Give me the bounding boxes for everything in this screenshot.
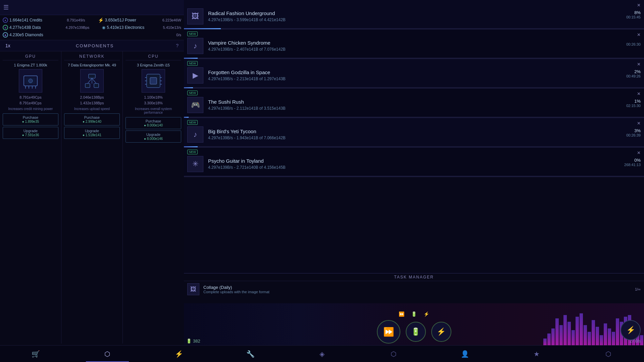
comp-icon-box xyxy=(142,69,165,93)
nav-icon-upgrades: ⬡ xyxy=(605,350,611,358)
item-time: 00:26:30 xyxy=(607,42,641,46)
item-close-button[interactable]: ✕ xyxy=(637,121,641,126)
comp-item-name: 1 Enigma ZT 1.800k xyxy=(3,63,58,67)
comp-upgrade-button[interactable]: Upgrade● 8.000e146 xyxy=(126,131,181,143)
item-right: 3% 00:26:39 xyxy=(607,128,641,137)
item-icon: ♪ xyxy=(187,126,203,143)
resource-row-data: ◈ 4.277e143B Data 4.297e139Bps ◉ 5.410e1… xyxy=(3,24,181,31)
nav-item-layers[interactable]: ◈ xyxy=(286,346,358,362)
nav-item-tools[interactable]: 🔧 xyxy=(215,346,286,362)
play-fast-forward-button[interactable]: ⏩ xyxy=(377,320,400,344)
item-percent: 8% xyxy=(607,10,641,15)
item-close-button[interactable]: ✕ xyxy=(637,32,641,37)
comp-stat: 1.100e18%3.300e18% xyxy=(126,95,181,106)
nav-item-components[interactable]: ⬡ xyxy=(71,346,143,362)
task-info: Collage (Daily) Complete uploads with th… xyxy=(203,285,631,294)
comp-desc: Increases overall system performance xyxy=(126,107,181,114)
comp-desc: Increases upload speed xyxy=(64,107,120,111)
credits-rate: 8.791e49/s xyxy=(67,18,85,22)
nav-icon-components: ⬡ xyxy=(104,350,110,358)
new-badge: NEW xyxy=(187,32,198,36)
download-item-3: NEW ▶ Forgotten Godzilla in Space 4.297e… xyxy=(184,59,644,89)
item-title: Big Bird's Yeti Tycoon xyxy=(208,128,607,134)
help-button[interactable]: ? xyxy=(176,43,179,48)
comp-item-name: 3 Enigma Zenith i15 xyxy=(126,63,181,67)
electronics-value: 5.410e13 Electronics xyxy=(107,25,160,30)
item-time: 00:26:39 xyxy=(607,133,641,137)
item-time: 00:49:26 xyxy=(607,74,641,78)
comp-icon-box xyxy=(80,69,104,93)
comp-desc: Increases credit mining power xyxy=(3,107,58,111)
item-info: Radical Fashion Underground 4.297e139B/s… xyxy=(208,10,607,22)
left-panel: 1x COMPONENTS ? GPU 1 Enigma ZT 1.800k 8… xyxy=(0,40,184,345)
nav-item-achievements[interactable]: ★ xyxy=(501,346,573,362)
new-badge: NEW xyxy=(187,61,198,66)
mini-fast-forward[interactable]: ⏩ xyxy=(399,311,404,317)
task-sub: Complete uploads with the image format xyxy=(203,290,631,294)
nav-icon-layers: ◈ xyxy=(319,350,325,358)
task-item: 🖼 Collage (Daily) Complete uploads with … xyxy=(184,281,644,297)
nav-icon-profile: 👤 xyxy=(461,350,469,358)
progress-bar xyxy=(184,28,644,29)
item-icon: 🎮 xyxy=(187,97,203,113)
task-icon: 🖼 xyxy=(187,283,199,295)
nav-item-energy[interactable]: ⚡ xyxy=(143,346,214,362)
credits-icon: ● xyxy=(3,17,8,23)
comp-purchase-button[interactable]: Purchase● 8.000e140 xyxy=(126,117,181,129)
resources-bar: ● 1.664e141 Credits 8.791e49/s ⚡ 3.650e5… xyxy=(0,15,184,40)
new-badge: NEW xyxy=(187,120,198,125)
new-badge: NEW xyxy=(187,150,198,154)
component-col-cpu: CPU 3 Enigma Zenith i15 1.100e18%3.300e1… xyxy=(123,51,184,344)
comp-purchase-button[interactable]: Purchase● 1.899e35 xyxy=(3,113,58,125)
item-close-button[interactable]: ✕ xyxy=(637,91,641,96)
power-value: 3.650e51J Power xyxy=(105,18,159,22)
task-manager: TASK MANAGER 🖼 Collage (Daily) Complete … xyxy=(184,273,644,303)
progress-fill xyxy=(184,87,193,88)
svg-rect-7 xyxy=(89,74,95,78)
item-sub: 4.297e139B/s - 2.213e141B of 1.297e143B xyxy=(208,76,607,81)
progress-bar xyxy=(184,58,644,59)
progress-bar xyxy=(184,87,644,88)
item-time: 00:15:45 xyxy=(607,15,641,19)
nav-item-profile[interactable]: 👤 xyxy=(429,346,501,362)
item-close-button[interactable]: ✕ xyxy=(637,62,641,67)
svg-rect-14 xyxy=(150,77,157,84)
comp-col-title: GPU xyxy=(3,54,58,60)
progress-fill xyxy=(184,58,198,59)
item-icon: ✳ xyxy=(187,156,203,172)
item-close-button[interactable]: ✕ xyxy=(637,3,641,8)
item-percent: 2% xyxy=(607,69,641,74)
item-right: 0% 268:41:13 xyxy=(607,158,641,167)
mini-battery[interactable]: 🔋 xyxy=(411,311,417,317)
nav-item-shop[interactable]: 🛒 xyxy=(0,346,71,362)
menu-icon[interactable]: ☰ xyxy=(3,4,9,11)
data-icon: ◈ xyxy=(3,25,8,30)
task-right: 1/∞ xyxy=(635,287,641,291)
component-col-network: NETWORK 7 Data Entangloporter Mk. 49 2.0… xyxy=(61,51,123,344)
mini-lightning[interactable]: ⚡ xyxy=(424,311,429,317)
diamonds-rate: 0/s xyxy=(176,33,181,37)
item-sub: 4.297e139B/s - 2.112e141B of 3.515e143B xyxy=(208,106,607,111)
item-percent: 0% xyxy=(607,158,641,163)
item-title: The Sushi Rush xyxy=(208,99,607,105)
nav-item-potions[interactable]: ⬡ xyxy=(358,346,429,362)
nav-item-upgrades[interactable]: ⬡ xyxy=(573,346,644,362)
task-title: Collage (Daily) xyxy=(203,285,631,290)
electronics-rate: 5.410e13/s xyxy=(163,25,181,30)
multiplier-badge: 1x xyxy=(5,43,10,48)
lightning-button[interactable]: ⚡ xyxy=(431,322,451,342)
comp-purchase-button[interactable]: Purchase● 2.999e140 xyxy=(64,113,120,125)
resource-row-diamonds: ◆ 4.230e5 Diamonds 0/s xyxy=(3,31,181,39)
battery-button[interactable]: 🔋 xyxy=(406,322,426,342)
right-control-button[interactable]: ⚡ xyxy=(621,320,641,340)
item-close-button[interactable]: ✕ xyxy=(637,150,641,155)
item-percent: 3% xyxy=(607,128,641,133)
new-badge: NEW xyxy=(187,91,198,95)
item-title: Radical Fashion Underground xyxy=(208,10,607,16)
power-rate: 6.223e46W xyxy=(162,18,181,22)
data-rate: 4.297e139Bps xyxy=(65,25,89,30)
item-info: Big Bird's Yeti Tycoon 4.297e139B/s - 1.… xyxy=(208,128,607,140)
components-columns: GPU 1 Enigma ZT 1.800k 8.791e49Cps8.791e… xyxy=(0,51,184,344)
comp-upgrade-button[interactable]: Upgrade● 7.591e36 xyxy=(3,127,58,139)
comp-upgrade-button[interactable]: Upgrade● 1.518e141 xyxy=(64,127,120,139)
